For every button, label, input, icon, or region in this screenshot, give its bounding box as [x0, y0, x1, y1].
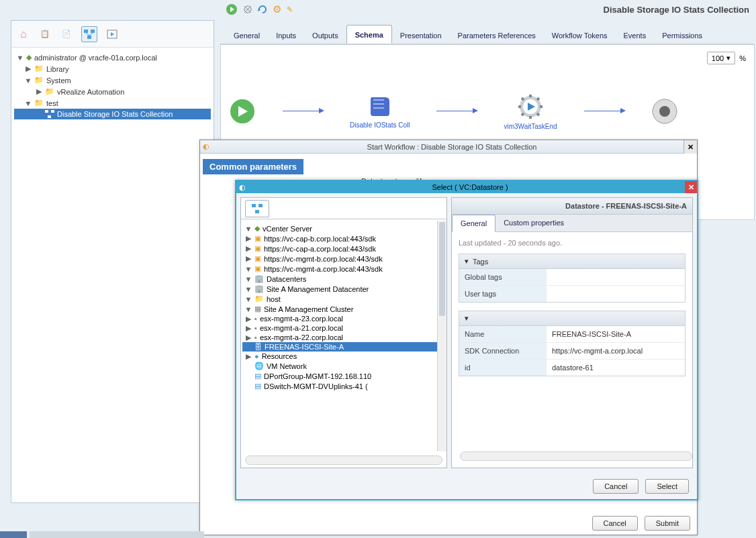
- tree-row[interactable]: ▶▪esx-mgmt-a-23.corp.local: [242, 314, 445, 323]
- tab-inputs[interactable]: Inputs: [268, 26, 304, 44]
- tab-events[interactable]: Events: [616, 26, 655, 44]
- sdk-icon: ▣: [254, 234, 261, 243]
- bug-icon[interactable]: [243, 5, 252, 14]
- tree-row[interactable]: ▶▣https://vc-mgmt-b.corp.local:443/sdk: [242, 254, 445, 264]
- vertical-scrollbar[interactable]: [437, 221, 446, 451]
- tree-label: Site A Management Cluster: [264, 305, 353, 313]
- tree-row[interactable]: ▼▦Site A Management Cluster: [242, 304, 445, 314]
- svg-rect-19: [51, 110, 54, 113]
- tree-row[interactable]: ▼🏢Datacenters: [242, 274, 445, 284]
- collapse-icon[interactable]: ▼: [245, 306, 252, 313]
- collapse-icon[interactable]: ▼: [245, 266, 252, 272]
- close-button[interactable]: ✕: [685, 181, 697, 193]
- tree-test[interactable]: ▼📁test: [14, 97, 211, 109]
- tree-row[interactable]: ▶▪esx-mgmt-a-22.corp.local: [242, 333, 445, 342]
- pencil-icon[interactable]: ✎: [287, 5, 293, 14]
- cancel-button[interactable]: Cancel: [593, 479, 639, 494]
- cancel-button[interactable]: Cancel: [592, 516, 638, 531]
- tab-permissions[interactable]: Permissions: [654, 26, 710, 44]
- expand-icon[interactable]: ▶: [245, 256, 252, 262]
- expand-icon[interactable]: ▶: [245, 325, 252, 331]
- tree-system[interactable]: ▼📁System: [14, 74, 211, 86]
- tab-outputs[interactable]: Outputs: [304, 26, 346, 44]
- orchestrator-icon: ◐: [239, 183, 246, 192]
- tree-row[interactable]: ▶▣https://vc-cap-a.corp.local:443/sdk: [242, 244, 445, 254]
- collapse-icon[interactable]: ▼: [25, 77, 32, 84]
- dialog-titlebar[interactable]: ◐ Start Workflow : Disable Storage IO St…: [200, 140, 697, 154]
- svg-rect-22: [258, 204, 263, 207]
- tree-library[interactable]: ▶📁Library: [14, 63, 211, 74]
- checklist-icon[interactable]: 📋: [38, 28, 52, 41]
- select-detail-panel: Datastore - FREENAS-ISCSI-Site-A General…: [451, 197, 693, 468]
- expand-icon[interactable]: ▶: [245, 235, 252, 242]
- tree-tab[interactable]: [245, 200, 269, 217]
- collapse-icon[interactable]: ▾: [465, 314, 469, 323]
- tree-leaf-selected[interactable]: Disable Storage IO Stats Collection: [14, 109, 211, 119]
- tree-label: System: [46, 76, 71, 85]
- expand-icon[interactable]: ▶: [245, 315, 252, 322]
- tab-general-detail[interactable]: General: [452, 215, 495, 232]
- collapse-icon[interactable]: ▼: [245, 296, 252, 303]
- horizontal-scrollbar[interactable]: [245, 455, 442, 465]
- collapse-icon[interactable]: ▼: [17, 54, 23, 61]
- tree-row[interactable]: ▶●Resources: [242, 352, 445, 361]
- tab-schema[interactable]: Schema: [346, 25, 392, 44]
- host-icon: ▪: [254, 315, 257, 323]
- collapse-icon[interactable]: ▾: [465, 257, 469, 266]
- prop-key: User tags: [459, 286, 547, 302]
- workflow-icon[interactable]: [81, 26, 97, 42]
- tree-row[interactable]: ▶▪esx-mgmt-a-21.corp.local: [242, 323, 445, 333]
- svg-rect-20: [48, 115, 51, 118]
- home-icon[interactable]: ⌂: [17, 28, 30, 41]
- tree-row-selected[interactable]: 🗄FREENAS-ISCSI-Site-A: [242, 342, 445, 352]
- collapse-icon[interactable]: ▼: [245, 276, 252, 282]
- horizontal-scrollbar[interactable]: [460, 451, 692, 461]
- expand-icon[interactable]: ▶: [245, 334, 252, 341]
- gear-icon[interactable]: ⚙: [273, 3, 281, 15]
- tab-presentation[interactable]: Presentation: [392, 26, 450, 44]
- dialog-titlebar[interactable]: ◐ Select ( VC:Datastore ) ✕: [236, 181, 697, 193]
- play-icon[interactable]: [226, 3, 238, 15]
- expand-icon[interactable]: ▶: [25, 66, 32, 72]
- dswitch-icon: ▤: [254, 382, 261, 390]
- svg-point-12: [659, 106, 670, 117]
- list-icon[interactable]: 📄: [60, 28, 73, 41]
- submit-button[interactable]: Submit: [645, 516, 690, 531]
- tree-row[interactable]: 🌐VM Network: [242, 361, 445, 371]
- collapse-icon[interactable]: ▼: [245, 286, 252, 292]
- tree-row[interactable]: ▼▣https://vc-mgmt-a.corp.local:443/sdk: [242, 264, 445, 274]
- tab-wftokens[interactable]: Workflow Tokens: [544, 26, 616, 44]
- tree-label: VM Network: [267, 362, 307, 370]
- datastore-icon: 🗄: [254, 343, 262, 351]
- flow-script-node[interactable]: Disable IOStats Coll: [350, 93, 410, 129]
- tree-label: host: [267, 295, 281, 303]
- expand-icon[interactable]: ▶: [245, 353, 252, 360]
- tree-row[interactable]: ▼◆vCenter Server: [242, 223, 445, 233]
- flow-end-node[interactable]: [651, 98, 678, 125]
- expand-icon[interactable]: ▶: [36, 89, 42, 95]
- run-icon[interactable]: [105, 28, 119, 41]
- tab-custom-props[interactable]: Custom properties: [495, 215, 572, 231]
- datacenter-icon: 🏢: [254, 274, 264, 283]
- tree-label: FREENAS-ISCSI-Site-A: [265, 343, 344, 351]
- tree-row[interactable]: ▼🏢Site A Management Datacenter: [242, 284, 445, 294]
- zoom-selector[interactable]: 100▾: [707, 52, 735, 64]
- flow-start-node[interactable]: [229, 98, 256, 125]
- tree-row[interactable]: ▤DPortGroup-MGMT-192.168.110: [242, 371, 445, 381]
- collapse-icon[interactable]: ▼: [25, 100, 32, 107]
- tree-label: Site A Management Datacenter: [267, 285, 369, 293]
- tree-row[interactable]: ▼📁host: [242, 294, 445, 304]
- tab-paramrefs[interactable]: Parameters References: [450, 26, 544, 44]
- collapse-icon[interactable]: ▼: [245, 225, 252, 232]
- tree-row[interactable]: ▶▣https://vc-cap-b.corp.local:443/sdk: [242, 233, 445, 244]
- prop-val: datastore-61: [547, 360, 685, 376]
- tree-root[interactable]: ▼◆administrator @ vracfe-01a.corp.local: [14, 52, 211, 63]
- select-button[interactable]: Select: [645, 479, 689, 494]
- tree-vra[interactable]: ▶📁vRealize Automation: [14, 86, 211, 97]
- refresh-icon[interactable]: [258, 5, 267, 14]
- close-button[interactable]: ✕: [683, 140, 697, 154]
- tree-row[interactable]: ▤DSwitch-MGMT-DVUplinks-41 (: [242, 381, 445, 391]
- tab-general[interactable]: General: [226, 26, 268, 44]
- expand-icon[interactable]: ▶: [245, 246, 252, 252]
- flow-gear-node[interactable]: vim3WaitTaskEnd: [504, 92, 557, 130]
